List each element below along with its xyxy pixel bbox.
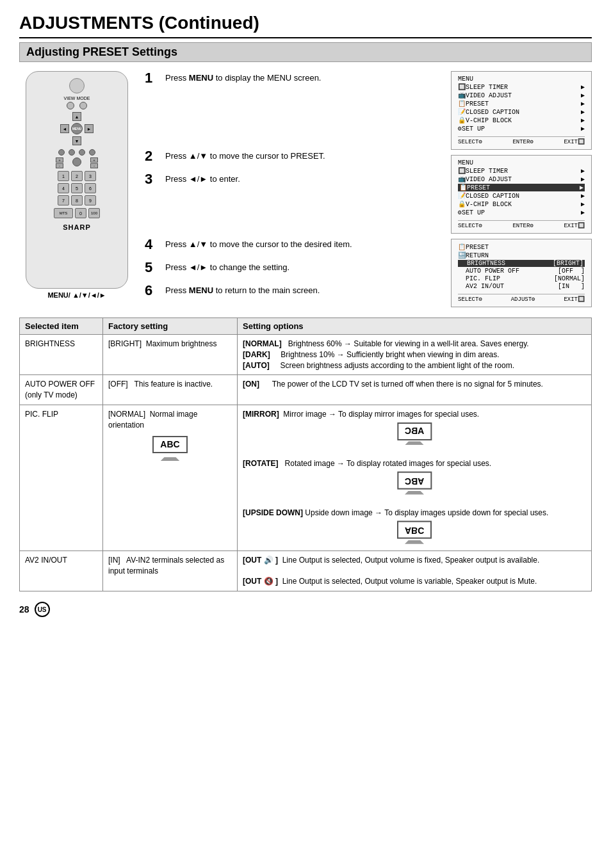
auto-power-factory: [OFF] This feature is inactive. <box>103 375 238 405</box>
num-5[interactable]: 5 <box>71 183 83 193</box>
step-text-1: Press MENU to display the MENU screen. <box>165 71 321 84</box>
step-num-2: 2 <box>145 149 160 163</box>
monitor-stand-mirror <box>405 441 424 445</box>
screen1-row4: 📝CLOSED CAPTION▶ <box>458 108 585 116</box>
brightness-dark-label: [DARK] <box>243 350 270 359</box>
step-num-4: 4 <box>145 237 160 252</box>
remote-control: VIEW MODE ▲ ▼ ◄ ► MENU + <box>26 71 128 289</box>
abc-normal-wrapper: ABC <box>108 433 232 462</box>
step-4: 4 Press ▲/▼ to move the cursor to the de… <box>145 237 441 252</box>
function-buttons <box>58 149 95 156</box>
step-num-5: 5 <box>145 261 160 275</box>
brightness-options: [NORMAL] Brightness 60% → Suitable for v… <box>238 335 592 375</box>
monitor-stand-normal <box>161 457 180 461</box>
screen2-row1: 🔲SLEEP TIMER▶ <box>458 167 585 175</box>
dpad-left[interactable]: ◄ <box>60 124 69 133</box>
screen1-footer: SELECT⚙ ENTER⚙ EXIT🔲 <box>458 136 585 145</box>
mts-button[interactable]: MTS <box>54 208 73 218</box>
screen1-row3: 📋PRESET▶ <box>458 100 585 108</box>
power-button[interactable] <box>69 78 85 93</box>
page-number: 28 <box>19 604 29 615</box>
abc-updown-wrapper: ABC <box>243 521 586 544</box>
step-num-3: 3 <box>145 172 160 186</box>
abc-updown-display: ABC <box>397 521 432 539</box>
screen3-brightness-row: BRIGHTNESS[BRIGHT] <box>458 260 585 267</box>
steps-and-screens: 1 Press MENU to display the MENU screen.… <box>145 71 592 307</box>
number-grid: 1 2 3 4 5 6 7 8 9 <box>58 171 96 205</box>
screen2-enter-btn: ENTER⚙ <box>512 222 533 229</box>
screen2-select-btn: SELECT⚙ <box>458 222 482 229</box>
screen1-enter-btn: ENTER⚙ <box>512 138 533 145</box>
screen2-row5: 🔒V-CHIP BLOCK▶ <box>458 200 585 208</box>
bottom-buttons: MTS 0 100 <box>54 208 100 218</box>
main-content: VIEW MODE ▲ ▼ ◄ ► MENU + <box>19 71 592 307</box>
sharp-logo: SHARP <box>63 223 91 231</box>
num-1[interactable]: 1 <box>58 171 69 181</box>
tv-screens-column: MENU 🔲SLEEP TIMER▶ 📺VIDEO ADJUST▶ 📋PRESE… <box>451 71 592 307</box>
dpad-down[interactable]: ▼ <box>72 136 81 145</box>
screen2-row6: ⚙SET UP▶ <box>458 209 585 216</box>
bright-button[interactable] <box>69 149 75 156</box>
pic-flip-factory-value: [NORMAL] <box>108 410 145 419</box>
steps-section: 1 Press MENU to display the MENU screen.… <box>145 71 592 307</box>
col-header-setting-options: Setting options <box>238 318 592 335</box>
num-2[interactable]: 2 <box>71 171 83 181</box>
brightness-factory: [BRIGHT] Maximum brightness <box>103 335 238 375</box>
abc-mirror-wrapper: ABC <box>243 422 586 446</box>
menu-dpad-label: MENU/ ▲/▼/◄/► <box>19 291 134 299</box>
table-row-brightness: BRIGHTNESS [BRIGHT] Maximum brightness [… <box>20 335 592 375</box>
step-num-1: 1 <box>145 71 160 85</box>
steps-list: 1 Press MENU to display the MENU screen.… <box>145 71 441 307</box>
table-row-auto-power-off: AUTO POWER OFF(only TV mode) [OFF] This … <box>20 375 592 405</box>
abc-rotate-wrapper: ABC <box>243 472 586 495</box>
screen1-row6: ⚙SET UP▶ <box>458 125 585 133</box>
screen3-select-btn: SELECT⚙ <box>458 296 482 303</box>
step-text-2: Press ▲/▼ to move the cursor to PRESET. <box>165 149 325 162</box>
mute-button[interactable] <box>58 149 65 156</box>
screen1-row5: 🔒V-CHIP BLOCK▶ <box>458 117 585 124</box>
dpad[interactable]: ▲ ▼ ◄ ► MENU <box>60 112 94 145</box>
screen3-row1: 🔙RETURN <box>458 252 585 259</box>
num-9[interactable]: 9 <box>85 195 96 205</box>
abc-rotate-display: ABC <box>397 472 432 490</box>
step-text-6: Press MENU to return to the main screen. <box>165 284 320 296</box>
pic-flip-options: [MIRROR] Mirror image → To display mirro… <box>238 405 592 551</box>
num-0[interactable]: 0 <box>75 208 86 218</box>
display-button[interactable] <box>79 149 85 156</box>
sleep-button[interactable] <box>67 102 74 109</box>
pic-flip-factory: [NORMAL] Normal image orientation ABC <box>103 405 238 551</box>
num-3[interactable]: 3 <box>85 171 96 181</box>
brightness-factory-value: [BRIGHT] <box>108 339 142 348</box>
page-title: ADJUSTMENTS (Continued) <box>19 13 592 38</box>
pic-flip-button[interactable] <box>79 102 87 109</box>
num-7[interactable]: 7 <box>58 195 69 205</box>
num-4[interactable]: 4 <box>58 183 69 193</box>
playback-button[interactable] <box>72 157 81 166</box>
num-100[interactable]: 100 <box>88 208 100 218</box>
screen3-row0: 📋PRESET <box>458 243 585 251</box>
dpad-up[interactable]: ▲ <box>72 112 81 121</box>
monitor-stand-rotate <box>405 491 424 495</box>
screen3-adjust-btn: ADJUST⚙ <box>511 296 535 303</box>
speaker-mute-icon: 🔇 <box>264 577 273 586</box>
table-header-row: Selected item Factory setting Setting op… <box>20 318 592 335</box>
us-badge: US <box>35 602 50 617</box>
screen1-select-btn: SELECT⚙ <box>458 138 482 145</box>
num-6[interactable]: 6 <box>85 183 96 193</box>
tv-video-button[interactable] <box>89 149 95 156</box>
screen1-exit-btn: EXIT🔲 <box>564 138 585 145</box>
step-2: 2 Press ▲/▼ to move the cursor to PRESET… <box>145 149 441 163</box>
step-text-4: Press ▲/▼ to move the cursor to the desi… <box>165 237 352 250</box>
page-footer: 28 US <box>19 602 592 617</box>
tv-screen-3: 📋PRESET 🔙RETURN BRIGHTNESS[BRIGHT] AUTO … <box>451 239 592 307</box>
col-header-factory-setting: Factory setting <box>103 318 238 335</box>
screen1-row2: 📺VIDEO ADJUST▶ <box>458 92 585 99</box>
dpad-center-menu[interactable]: MENU <box>71 123 83 134</box>
screen3-footer: SELECT⚙ ADJUST⚙ EXIT🔲 <box>458 294 585 303</box>
dpad-right[interactable]: ► <box>85 124 94 133</box>
auto-power-item-name: AUTO POWER OFF(only TV mode) <box>20 375 103 405</box>
av2-options: [OUT 🔊 ] Line Output is selected, Output… <box>238 551 592 591</box>
brightness-auto-label: [AUTO] <box>243 361 270 370</box>
screen3-exit-btn: EXIT🔲 <box>564 296 585 303</box>
num-8[interactable]: 8 <box>71 195 83 205</box>
